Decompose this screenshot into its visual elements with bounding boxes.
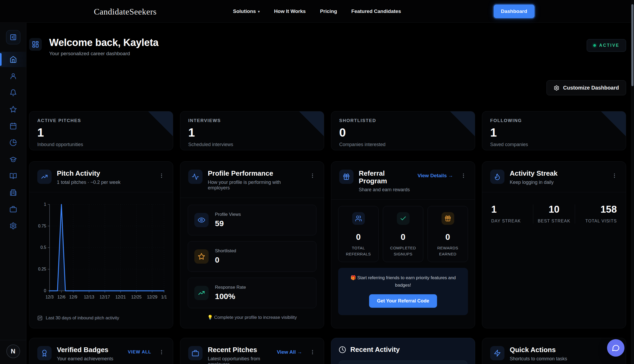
card-title: Profile Performance bbox=[208, 170, 303, 177]
referral-stat-label: TOTAL REFERRALS bbox=[341, 245, 376, 257]
card-subtitle: Latest opportunities from employers bbox=[208, 356, 272, 364]
pitch-activity-card: Pitch Activity 1 total pitches · ~0.2 pe… bbox=[29, 161, 173, 328]
stat-value: 0 bbox=[339, 127, 467, 138]
get-referral-code-button[interactable]: Get Your Referral Code bbox=[369, 294, 437, 308]
stat-card-interviews: INTERVIEWS 1 Scheduled interviews bbox=[180, 111, 324, 150]
stat-value: 1 bbox=[490, 127, 618, 138]
kebab-menu-icon[interactable] bbox=[158, 172, 166, 180]
sidebar-item-jobs[interactable] bbox=[0, 202, 26, 217]
caret-down-icon: ▾ bbox=[258, 10, 260, 13]
card-title: Pitch Activity bbox=[57, 170, 121, 177]
book-open-icon bbox=[10, 172, 17, 180]
streak-best: 10 BEST STREAK bbox=[533, 204, 575, 223]
sidebar: N bbox=[0, 0, 26, 364]
nav-item-featured-candidates[interactable]: Featured Candidates bbox=[351, 8, 401, 14]
metric-value: 59 bbox=[215, 219, 241, 228]
bottom-row: Verified Badges Your earned achievements… bbox=[29, 338, 626, 364]
scrollbar-thumb[interactable] bbox=[631, 4, 633, 86]
svg-text:0.5: 0.5 bbox=[40, 245, 46, 250]
calendar-icon bbox=[10, 122, 17, 130]
sidebar-nav bbox=[0, 52, 26, 235]
briefcase-icon bbox=[10, 206, 17, 213]
sidebar-item-notifications[interactable] bbox=[0, 85, 26, 100]
referral-stat-signups: 0 COMPLETED SIGNUPS bbox=[383, 206, 423, 262]
pitch-activity-chart: 00.250.50.75112/312/612/912/1312/1712/21… bbox=[29, 192, 173, 305]
stat-title: INTERVIEWS bbox=[188, 118, 316, 123]
svg-text:12/9: 12/9 bbox=[69, 295, 77, 299]
sidebar-item-home[interactable] bbox=[0, 52, 26, 67]
sidebar-item-resources[interactable] bbox=[0, 168, 26, 184]
svg-text:1/1: 1/1 bbox=[161, 295, 167, 299]
building-icon bbox=[10, 189, 17, 196]
home-icon bbox=[10, 56, 17, 63]
page-title: Welcome back, Kayleta bbox=[49, 37, 158, 48]
card-subtitle: Keep logging in daily bbox=[510, 180, 558, 185]
nav-item-pricing[interactable]: Pricing bbox=[320, 8, 337, 14]
card-title: Referral Program bbox=[359, 170, 412, 185]
activity-pulse-icon bbox=[188, 170, 203, 184]
stat-card-following: FOLLOWING 1 Saved companies bbox=[482, 111, 626, 150]
svg-text:12/6: 12/6 bbox=[57, 295, 66, 299]
svg-text:12/29: 12/29 bbox=[147, 295, 157, 299]
user-avatar[interactable]: N bbox=[6, 344, 20, 358]
sidebar-item-settings[interactable] bbox=[0, 218, 26, 234]
chat-widget-button[interactable] bbox=[607, 339, 624, 357]
card-title: Activity Streak bbox=[510, 170, 558, 177]
users-icon bbox=[352, 212, 365, 225]
trending-up-icon bbox=[194, 286, 209, 300]
dashboard-button[interactable]: Dashboard bbox=[494, 4, 535, 18]
card-title: Recent Activity bbox=[350, 346, 400, 354]
metric-shortlisted: Shortlisted 0 bbox=[188, 241, 316, 272]
kebab-menu-icon[interactable] bbox=[309, 172, 316, 180]
svg-text:12/13: 12/13 bbox=[84, 295, 94, 299]
sidebar-item-education[interactable] bbox=[0, 152, 26, 167]
sidebar-item-calendar[interactable] bbox=[0, 118, 26, 134]
nav-item-solutions[interactable]: Solutions ▾ bbox=[233, 8, 260, 14]
kebab-menu-icon[interactable] bbox=[158, 348, 166, 356]
metric-response-rate: Response Rate 100% bbox=[188, 278, 316, 308]
sidebar-item-analytics[interactable] bbox=[0, 135, 26, 150]
card-subtitle: Your earned achievements bbox=[57, 356, 113, 362]
main-content: Welcome back, Kayleta Your personalized … bbox=[26, 0, 634, 364]
kebab-menu-icon[interactable] bbox=[610, 172, 618, 180]
sidebar-item-profile[interactable] bbox=[0, 68, 26, 84]
streak-value: 158 bbox=[575, 204, 617, 214]
referral-stat-total: 0 TOTAL REFERRALS bbox=[338, 206, 379, 262]
metric-profile-views: Profile Views 59 bbox=[188, 205, 316, 235]
kebab-menu-icon[interactable] bbox=[460, 172, 467, 180]
mini-chart-icon bbox=[37, 315, 43, 321]
status-dot-icon bbox=[593, 44, 596, 47]
brand-logo: CandidateSeekers bbox=[94, 7, 157, 17]
chat-bubble-icon bbox=[612, 344, 620, 352]
stat-caption: Inbound opportunities bbox=[37, 142, 165, 147]
card-title: Quick Actions bbox=[510, 346, 567, 354]
activity-streak-card: Activity Streak Keep logging in daily 1 … bbox=[482, 161, 626, 328]
streak-label: TOTAL VISITS bbox=[575, 219, 617, 223]
graduation-cap-icon bbox=[10, 156, 17, 163]
card-title: Recent Pitches bbox=[208, 346, 272, 354]
svg-text:12/25: 12/25 bbox=[131, 295, 141, 299]
view-all-link[interactable]: VIEW ALL bbox=[128, 349, 151, 355]
chart-footnote: Last 30 days of inbound pitch activity bbox=[46, 315, 119, 321]
card-subtitle: Share and earn rewards bbox=[359, 187, 412, 193]
kebab-menu-icon[interactable] bbox=[309, 348, 316, 356]
activity-list-item[interactable]: New pitch: We’d love to connect with you bbox=[339, 361, 467, 364]
metric-label: Response Rate bbox=[215, 285, 246, 290]
referral-program-card: Referral Program Share and earn rewards … bbox=[331, 161, 475, 328]
page-scrollbar bbox=[631, 0, 634, 364]
streak-value: 10 bbox=[533, 204, 575, 214]
sidebar-item-companies[interactable] bbox=[0, 185, 26, 200]
nav-item-how-it-works[interactable]: How It Works bbox=[274, 8, 306, 14]
streak-label: DAY STREAK bbox=[491, 219, 533, 223]
card-title: Verified Badges bbox=[57, 346, 113, 354]
stat-caption: Companies interested bbox=[339, 142, 467, 147]
sidebar-item-favorites[interactable] bbox=[0, 102, 26, 117]
check-icon bbox=[397, 212, 410, 225]
customize-dashboard-button[interactable]: Customize Dashboard bbox=[546, 80, 626, 95]
view-details-link[interactable]: View Details → bbox=[417, 173, 453, 179]
referral-stat-value: 0 bbox=[430, 232, 466, 242]
stats-row: ACTIVE PITCHES 1 Inbound opportunities I… bbox=[29, 111, 626, 150]
view-all-link[interactable]: View All → bbox=[277, 349, 302, 355]
sidebar-collapse-button[interactable] bbox=[6, 30, 20, 44]
recent-activity-card: Recent Activity New pitch: We’d love to … bbox=[331, 338, 475, 364]
